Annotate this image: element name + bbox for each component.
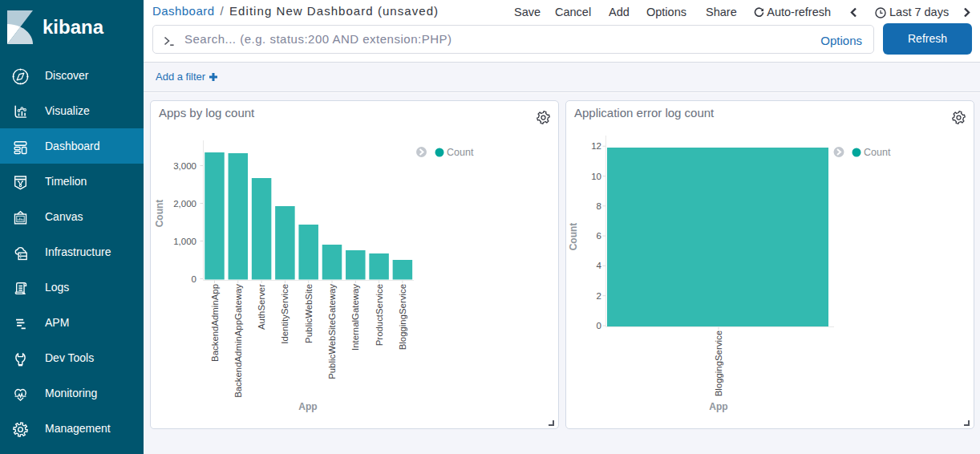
- svg-text:1,000: 1,000: [173, 237, 196, 246]
- svg-text:BloggingService: BloggingService: [398, 284, 407, 350]
- svg-text:BloggingService: BloggingService: [714, 330, 723, 396]
- svg-text:App: App: [298, 401, 317, 412]
- svg-text:8: 8: [597, 201, 601, 211]
- svg-text:Count: Count: [447, 147, 474, 158]
- svg-text:PublicWebSite: PublicWebSite: [304, 284, 314, 343]
- svg-text:BackendAdminAppGateway: BackendAdminAppGateway: [233, 284, 243, 398]
- svg-text:Count: Count: [568, 223, 579, 251]
- svg-text:2: 2: [597, 291, 601, 301]
- svg-text:AuthServer: AuthServer: [257, 284, 266, 330]
- svg-text:4: 4: [597, 261, 602, 270]
- svg-text:Count: Count: [154, 200, 165, 228]
- svg-text:App: App: [709, 401, 727, 412]
- svg-text:6: 6: [597, 231, 601, 241]
- svg-text:10: 10: [591, 172, 601, 181]
- svg-text:PublicWebSiteGateway: PublicWebSiteGateway: [327, 284, 337, 379]
- svg-text:12: 12: [591, 141, 601, 151]
- svg-text:Count: Count: [864, 147, 891, 158]
- svg-text:3,000: 3,000: [173, 161, 196, 171]
- svg-text:2,000: 2,000: [173, 199, 196, 209]
- svg-text:InternalGateway: InternalGateway: [350, 284, 360, 351]
- svg-text:ProductService: ProductService: [375, 284, 384, 346]
- svg-text:BackendAdminApp: BackendAdminApp: [210, 284, 220, 362]
- svg-text:0: 0: [597, 321, 601, 330]
- svg-text:0: 0: [192, 274, 196, 284]
- svg-text:IdentityService: IdentityService: [280, 284, 290, 344]
